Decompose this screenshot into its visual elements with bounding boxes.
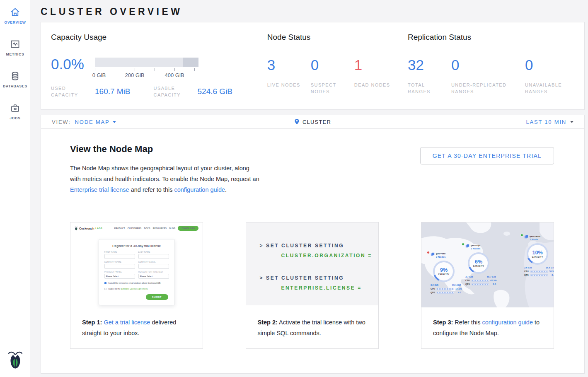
map-node-sfo: geo=sfo2 Nodes 9%CAPACITY 3.2 GiB35.1 Gi… bbox=[431, 252, 465, 294]
suspect-nodes-value: 0 bbox=[311, 58, 349, 72]
mini-form-title: Register for a 30-day trial license bbox=[104, 244, 169, 248]
usable-capacity-value: 524.6 GiB bbox=[198, 87, 233, 96]
mini-field-input bbox=[104, 254, 135, 259]
mini-field-select: Please Select bbox=[104, 274, 135, 279]
configuration-guide-link[interactable]: configuration guide bbox=[174, 186, 225, 193]
enterprise-trial-button[interactable]: GET A 30-DAY ENTERPRISE TRIAL bbox=[420, 147, 554, 164]
cockroach-labs-mini-logo: Cockroach LABS bbox=[75, 226, 102, 231]
mini-field-input bbox=[138, 254, 169, 259]
home-icon bbox=[10, 7, 21, 18]
replication-status-title: Replication Status bbox=[408, 33, 584, 42]
step1-label: Step 1: bbox=[82, 319, 102, 326]
node-status-dot-red bbox=[427, 251, 430, 254]
mini-checkbox-label: I would like to receive email updates ab… bbox=[108, 282, 161, 285]
sidebar-item-metrics[interactable]: METRICS bbox=[0, 39, 30, 56]
enterprise-trial-license-link[interactable]: Enterprise trial license bbox=[70, 186, 129, 193]
qps-value: 8.8 bbox=[490, 283, 496, 285]
cpu-value: 17.0% bbox=[455, 288, 461, 290]
dead-nodes-stat: 1 DEAD NODES bbox=[354, 58, 392, 95]
mini-submit-button: SUBMIT bbox=[146, 294, 168, 300]
node-locality: geo=ams bbox=[530, 235, 540, 238]
unavailable-ranges-stat: 0 UNAVAILABLE RANGES bbox=[525, 58, 579, 95]
node-cube-icon bbox=[431, 252, 435, 256]
gauge-percent: 6% bbox=[475, 259, 482, 265]
gauge-label: CAPACITY bbox=[473, 265, 484, 267]
cpu-label: CPU bbox=[431, 288, 436, 290]
sidebar-item-label: OVERVIEW bbox=[4, 20, 26, 24]
gauge-label: CAPACITY bbox=[532, 256, 543, 258]
step2-card: > SET CLUSTER SETTING CLUSTER.ORGANIZATI… bbox=[246, 222, 379, 349]
sidebar-item-databases[interactable]: DATABASES bbox=[0, 70, 30, 88]
node-status-section: Node Status 3 LIVE NODES 0 SUSPECT NODES… bbox=[257, 22, 398, 109]
axis-tick-label: 400 GiB bbox=[165, 72, 184, 78]
mini-license-link: Software License Agreement. bbox=[121, 288, 148, 290]
mini-trial-form: Register for a 30-day trial license FIRS… bbox=[99, 239, 175, 305]
replication-status-section: Replication Status 32 TOTAL RANGES 0 UND… bbox=[398, 22, 584, 109]
live-nodes-stat: 3 LIVE NODES bbox=[267, 58, 305, 95]
configuration-guide-link[interactable]: configuration guide bbox=[482, 319, 533, 326]
used-capacity-label: USED CAPACITY bbox=[51, 85, 84, 98]
sql-setting-line: CLUSTER.ORGANIZATION = bbox=[260, 251, 378, 261]
under-replicated-label: UNDER-REPLICATED RANGES bbox=[451, 82, 520, 95]
cockroach-mini-beetle-icon bbox=[75, 226, 78, 231]
qps-value: 4.7 bbox=[455, 291, 461, 294]
capacity-bar-chart: 0 GiB 200 GiB 400 GiB bbox=[95, 58, 198, 79]
capacity-usage-section: Capacity Usage 0.0% 0 GiB 200 GiB 400 Gi… bbox=[41, 22, 257, 109]
section-divider bbox=[70, 209, 554, 209]
step2-label: Step 2: bbox=[258, 319, 278, 326]
node-used-capacity: 3.7 GiB bbox=[465, 276, 473, 278]
mini-logo-suffix: LABS bbox=[95, 227, 102, 230]
node-status-dot-green bbox=[462, 243, 465, 246]
total-ranges-label: TOTAL RANGES bbox=[408, 82, 446, 95]
unavailable-ranges-label: UNAVAILABLE RANGES bbox=[525, 82, 579, 95]
breadcrumb-cluster[interactable]: CLUSTER bbox=[294, 118, 331, 125]
mini-checkbox-unchecked bbox=[104, 288, 107, 290]
get-trial-license-link[interactable]: Get a trial license bbox=[104, 319, 150, 326]
view-selector-dropdown[interactable]: NODE MAP bbox=[75, 119, 116, 125]
chevron-down-icon bbox=[570, 121, 573, 123]
cockroachdb-logo bbox=[7, 350, 23, 371]
mini-field-select: Please Select bbox=[138, 274, 169, 279]
cpu-label: CPU bbox=[524, 270, 529, 273]
node-map-placeholder: View the Node Map The Node Map shows the… bbox=[41, 129, 584, 349]
capacity-gauge: 6%CAPACITY bbox=[468, 252, 489, 274]
mini-checkbox-label: I agree to the bbox=[108, 288, 121, 290]
map-node-nyc: geo=nyc2 Nodes 6%CAPACITY 3.7 GiB65.7 Gi… bbox=[465, 244, 500, 285]
gauge-percent: 9% bbox=[440, 268, 448, 273]
description-text: . bbox=[225, 186, 227, 193]
mini-nav-item: RESOURCES bbox=[153, 227, 167, 230]
trial-registration-screenshot: Cockroach LABS PRODUCT CUSTOMERS DOCS RE… bbox=[70, 222, 203, 309]
step3-caption: Step 3: Refer this configuration guide t… bbox=[421, 309, 554, 348]
total-ranges-stat: 32 TOTAL RANGES bbox=[408, 58, 446, 95]
qps-label: QPS bbox=[431, 291, 436, 294]
node-total-capacity: 35.1 GiB bbox=[452, 284, 461, 286]
sidebar-item-label: DATABASES bbox=[3, 84, 27, 88]
node-cube-icon bbox=[524, 235, 528, 239]
mini-nav-item: DOCS bbox=[144, 227, 150, 230]
mini-field-label: COMPANY NAME bbox=[104, 261, 135, 263]
mini-nav-item: BLOG bbox=[169, 227, 175, 230]
mini-nav-item: CUSTOMERS bbox=[128, 227, 142, 230]
capacity-percent: 0.0% bbox=[51, 57, 95, 79]
sidebar-item-overview[interactable]: OVERVIEW bbox=[0, 7, 30, 24]
mini-logo-text: Cockroach bbox=[79, 227, 94, 230]
gauge-label: CAPACITY bbox=[438, 273, 449, 276]
node-used-capacity: 3.2 GiB bbox=[431, 284, 438, 286]
mini-field-label: FIRST NAME bbox=[104, 251, 135, 253]
sidebar-item-jobs[interactable]: JOBS bbox=[0, 102, 30, 120]
time-range-dropdown[interactable]: LAST 10 MIN bbox=[331, 119, 573, 125]
jobs-icon bbox=[10, 102, 21, 114]
chevron-down-icon bbox=[113, 121, 116, 123]
cpu-value: 42.5% bbox=[490, 279, 496, 282]
cpu-sparkline bbox=[472, 280, 489, 282]
capacity-axis-ticks bbox=[95, 68, 198, 71]
node-count: 2 Nodes bbox=[436, 255, 445, 259]
qps-value: 8.4 bbox=[549, 274, 554, 276]
map-pin-icon bbox=[294, 118, 300, 125]
metrics-icon bbox=[10, 39, 21, 50]
sidebar-item-label: METRICS bbox=[6, 52, 24, 56]
node-status-dot-green bbox=[520, 234, 523, 237]
step3-card: geo=sfo2 Nodes 9%CAPACITY 3.2 GiB35.1 Gi… bbox=[421, 222, 554, 349]
sql-prompt-line: > SET CLUSTER SETTING bbox=[260, 241, 378, 251]
cpu-value: 58.3% bbox=[549, 270, 554, 273]
